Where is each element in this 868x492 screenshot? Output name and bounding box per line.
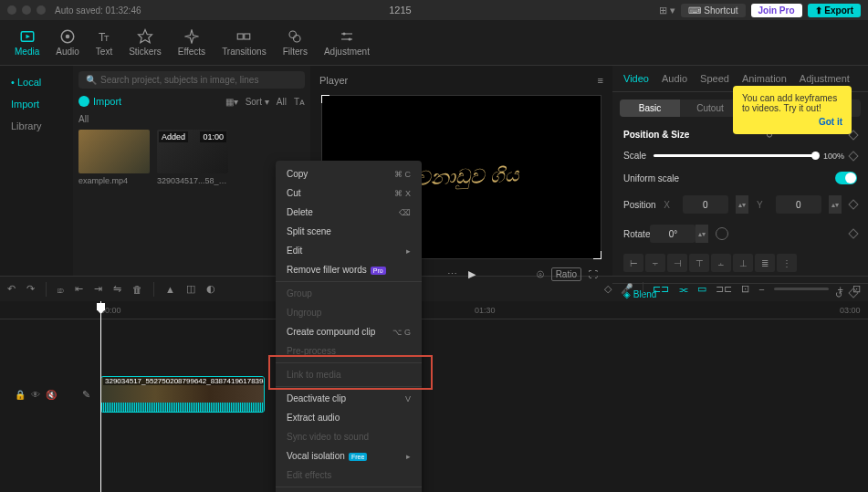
timeline-ruler[interactable]: 00:00 01:30 03:00 bbox=[0, 301, 868, 319]
uniform-scale-toggle[interactable] bbox=[835, 172, 857, 184]
window-controls[interactable] bbox=[7, 5, 46, 15]
sort-button[interactable]: Sort ▾ bbox=[246, 97, 269, 107]
join-pro-button[interactable]: Join Pro bbox=[751, 4, 802, 17]
subtab-cutout[interactable]: Cutout bbox=[680, 99, 740, 117]
crop-icon[interactable]: ◫ bbox=[186, 283, 195, 295]
keyframe-diamond[interactable] bbox=[848, 199, 858, 209]
ctx-cut[interactable]: Cut⌘ X bbox=[276, 183, 422, 203]
distribute-v-icon[interactable]: ⋮ bbox=[777, 254, 797, 272]
lock-icon[interactable]: 🔒 bbox=[15, 390, 26, 400]
menu-stickers[interactable]: Stickers bbox=[121, 25, 169, 60]
ctx-deactivate[interactable]: Deactivate clipV bbox=[276, 389, 422, 408]
align-right-icon[interactable]: ⊣ bbox=[667, 254, 687, 272]
distribute-h-icon[interactable]: ≣ bbox=[755, 254, 775, 272]
ctx-split-scene[interactable]: Split scene bbox=[276, 222, 422, 241]
mic-icon[interactable]: 🎤 bbox=[621, 283, 633, 295]
position-x-input[interactable]: 0 bbox=[683, 195, 728, 214]
menu-transitions[interactable]: Transitions bbox=[214, 25, 274, 60]
sidebar-import[interactable]: Import bbox=[0, 93, 73, 115]
ctx-compound[interactable]: Create compound clip⌥ G bbox=[276, 322, 422, 341]
align-left-icon[interactable]: ⊢ bbox=[623, 254, 643, 272]
scale-slider[interactable] bbox=[654, 154, 816, 157]
sidebar-library[interactable]: Library bbox=[0, 115, 73, 137]
marker-icon[interactable]: ◇ bbox=[604, 283, 612, 295]
eye-icon[interactable]: 👁 bbox=[31, 390, 40, 400]
text-size-icon[interactable]: Tᴀ bbox=[294, 97, 305, 107]
tooltip-gotit-button[interactable]: Got it bbox=[819, 117, 842, 127]
ctx-edit[interactable]: Edit▸ bbox=[276, 241, 422, 260]
undo-icon[interactable]: ↶ bbox=[7, 283, 16, 295]
focus-icon[interactable]: ⦾ bbox=[537, 269, 544, 280]
keyframe-diamond[interactable] bbox=[848, 151, 858, 161]
ctx-extract-audio[interactable]: Extract audio bbox=[276, 408, 422, 427]
ctx-delete[interactable]: Delete⌫ bbox=[276, 203, 422, 222]
svg-point-10 bbox=[294, 36, 301, 43]
zoom-in-icon[interactable]: + bbox=[838, 284, 843, 295]
ctx-copy[interactable]: Copy⌘ C bbox=[276, 164, 422, 183]
tab-adjustment[interactable]: Adjustment bbox=[800, 73, 850, 84]
playhead[interactable] bbox=[100, 301, 101, 492]
align-bottom-icon[interactable]: ⊥ bbox=[733, 254, 753, 272]
tab-audio[interactable]: Audio bbox=[662, 73, 687, 84]
ctx-preprocess: Pre-process bbox=[276, 341, 422, 361]
shortcut-button[interactable]: ⌨ Shortcut bbox=[681, 4, 745, 17]
minimize-dot[interactable] bbox=[22, 5, 31, 15]
media-thumb[interactable]: Added 01:00 329034517...58_n.mp4 bbox=[157, 130, 228, 185]
play-button[interactable]: ▶ bbox=[468, 268, 476, 280]
menu-effects[interactable]: Effects bbox=[171, 25, 213, 60]
tab-animation[interactable]: Animation bbox=[742, 73, 787, 84]
subtab-basic[interactable]: Basic bbox=[620, 99, 680, 117]
video-track[interactable]: 🔒 👁 🔇 ✎ 329034517_552750208799642_838741… bbox=[0, 374, 868, 414]
edit-icon[interactable]: ✎ bbox=[82, 389, 100, 401]
settings-icon[interactable]: ⊡ bbox=[741, 283, 749, 295]
ctx-remove-filler[interactable]: Remove filler wordsPro bbox=[276, 260, 422, 279]
align-vcenter-icon[interactable]: ⫠ bbox=[711, 254, 731, 272]
mirror-icon[interactable]: ▲ bbox=[165, 284, 175, 295]
tab-video[interactable]: Video bbox=[623, 73, 649, 84]
maximize-dot[interactable] bbox=[37, 5, 46, 15]
import-button[interactable]: Import bbox=[78, 96, 121, 107]
position-label: Position bbox=[623, 200, 656, 210]
trim-left-icon[interactable]: ⇤ bbox=[75, 283, 83, 295]
rotate-dial[interactable] bbox=[716, 227, 728, 240]
zoom-slider[interactable] bbox=[774, 288, 829, 290]
export-button[interactable]: ⬆ Export bbox=[808, 4, 861, 17]
align-hcenter-icon[interactable]: ⫟ bbox=[645, 254, 665, 272]
preview-icon[interactable]: ▭ bbox=[697, 283, 706, 295]
ellipsis-icon[interactable]: ⋯ bbox=[447, 268, 457, 280]
menu-media[interactable]: Media bbox=[7, 25, 47, 60]
player-menu-icon[interactable]: ≡ bbox=[598, 75, 603, 86]
filter-all-button[interactable]: All bbox=[277, 97, 287, 107]
snap-icon[interactable]: ⊏⊐ bbox=[653, 283, 669, 295]
split-icon[interactable]: ⎄ bbox=[58, 284, 64, 295]
align-top-icon[interactable]: ⊤ bbox=[689, 254, 709, 272]
delete-icon[interactable]: 🗑 bbox=[132, 284, 142, 295]
link-icon[interactable]: ⫘ bbox=[678, 284, 688, 295]
timeline[interactable]: 00:00 01:30 03:00 🔒 👁 🔇 ✎ 329034517_5527… bbox=[0, 301, 868, 492]
tab-speed[interactable]: Speed bbox=[700, 73, 729, 84]
menu-adjustment[interactable]: Adjustment bbox=[317, 25, 377, 60]
slip-icon[interactable]: ⇋ bbox=[113, 283, 121, 295]
sidebar-local[interactable]: • Local bbox=[0, 71, 73, 93]
trim-right-icon[interactable]: ⇥ bbox=[94, 283, 102, 295]
menu-audio[interactable]: Audio bbox=[48, 25, 87, 60]
position-y-input[interactable]: 0 bbox=[776, 195, 821, 214]
redo-icon[interactable]: ↷ bbox=[26, 283, 35, 295]
menu-text[interactable]: TTText bbox=[89, 25, 120, 60]
rotate-input[interactable]: 0° bbox=[650, 225, 695, 243]
reverse-icon[interactable]: ◐ bbox=[206, 283, 215, 295]
timeline-clip[interactable]: 329034517_552750208799642_83874196178398… bbox=[100, 376, 265, 413]
search-input[interactable]: 🔍 Search project, subjects in image, lin… bbox=[78, 71, 305, 89]
zoom-out-icon[interactable]: − bbox=[758, 284, 764, 295]
mute-icon[interactable]: 🔇 bbox=[46, 390, 57, 400]
close-dot[interactable] bbox=[7, 5, 16, 15]
media-thumb[interactable]: example.mp4 bbox=[78, 130, 150, 185]
layout-icon[interactable]: ⊞ ▾ bbox=[659, 5, 675, 16]
keyframe-diamond[interactable] bbox=[848, 228, 858, 238]
ctx-vocal-isolation[interactable]: Vocal isolationFree▸ bbox=[276, 446, 422, 466]
fullscreen-icon[interactable]: ⛶ bbox=[589, 269, 598, 279]
view-grid-icon[interactable]: ▦▾ bbox=[225, 97, 238, 107]
snap2-icon[interactable]: ⊐⊏ bbox=[716, 283, 732, 295]
menu-filters[interactable]: Filters bbox=[276, 25, 315, 60]
ratio-button[interactable]: Ratio bbox=[551, 267, 581, 281]
